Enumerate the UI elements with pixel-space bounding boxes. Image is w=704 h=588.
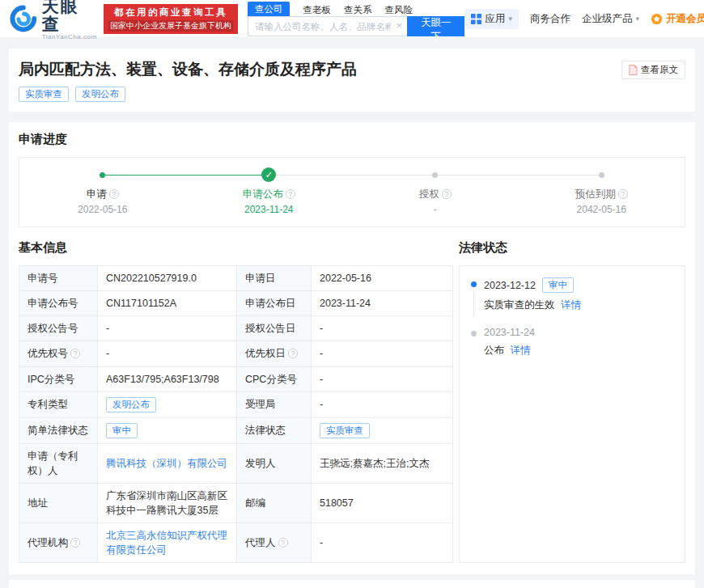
field-label: CPC分类号 — [237, 366, 312, 391]
search-module: 查公司 查老板 查关系 查风险 × 天眼一下 — [248, 1, 465, 36]
search-button[interactable]: 天眼一下 — [407, 16, 464, 36]
progress-step-estimated-expiry: 预估到期? 2042-05-16 — [519, 167, 685, 215]
field-value: 王骁远;蔡嘉杰;王治;文杰 — [312, 443, 453, 483]
detail-link[interactable]: 详情 — [510, 345, 530, 356]
field-value: 实质审查 — [312, 417, 453, 443]
tianyancha-logo-icon — [10, 5, 37, 32]
tab-abstract[interactable]: 摘要 — [19, 580, 44, 588]
view-original-button[interactable]: 查看原文 — [621, 61, 685, 79]
detail-link[interactable]: 详情 — [561, 299, 581, 311]
field-label: 申请公布日 — [237, 291, 312, 316]
table-row: 申请公布号 CN117101152A 申请公布日 2023-11-24 — [19, 291, 453, 316]
view-original-label: 查看原文 — [641, 64, 678, 76]
search-tab-boss[interactable]: 查老板 — [303, 3, 331, 16]
step-label: 申请公布 — [243, 188, 283, 200]
field-value: 审中 — [98, 417, 237, 443]
help-icon[interactable]: ? — [278, 538, 288, 548]
clear-icon[interactable]: × — [397, 19, 403, 32]
table-row: 优先权号? - 优先权日? - — [19, 341, 453, 366]
progress-step-publication: ✓ 申请公布? 2023-11-24 — [186, 167, 353, 215]
slogan-badge: 都在用的商业查询工具 国家中小企业发展子基金旗下机构 — [104, 4, 238, 34]
field-value: CN117101152A — [98, 291, 237, 316]
field-value: A63F13/795;A63F13/798 — [98, 366, 237, 391]
tab-description[interactable]: 说明书 — [136, 580, 172, 588]
simple-legal-status-tag: 审中 — [106, 423, 138, 438]
nav-apps[interactable]: 应用 ▾ — [464, 9, 519, 29]
help-icon[interactable]: ? — [286, 189, 295, 199]
status-tag-substantive-exam: 实质审查 — [19, 87, 69, 102]
step-date: - — [352, 204, 519, 215]
legal-status-date: 2023-12-12 — [484, 280, 536, 291]
table-row: 代理机构? 北京三高永信知识产权代理有限责任公司 代理人? - — [19, 523, 453, 563]
legal-status-section: 法律状态 2023-12-12 审中 实质审查的生效 详情 — [459, 240, 685, 563]
field-label: 申请（专利权）人 — [19, 443, 98, 483]
timeline-dot — [471, 281, 477, 287]
tianyancha-logo[interactable]: 天眼查 TianYanCha.com — [10, 0, 97, 40]
medal-icon — [651, 13, 663, 25]
help-icon[interactable]: ? — [70, 538, 80, 548]
grid-icon — [471, 14, 481, 24]
patent-detail-card: 申请进度 申请? 2022-05-16 ✓ 申请公布? 2023-11-24 授… — [9, 122, 695, 574]
nav-apps-label: 应用 — [485, 12, 505, 26]
tab-abstract-figure[interactable]: 摘要附图 — [195, 580, 242, 588]
field-label: 简单法律状态 — [19, 417, 98, 443]
agency-link[interactable]: 北京三高永信知识产权代理有限责任公司 — [106, 530, 227, 556]
table-row: 授权公告号 - 授权公告日 - — [19, 316, 453, 341]
legal-status-desc: 公布 — [484, 345, 504, 356]
field-label: 专利类型 — [19, 391, 98, 417]
field-value: 广东省深圳市南山区高新区科技中一路腾讯大厦35层 — [98, 483, 237, 522]
basic-info-table: 申请号 CN202210527919.0 申请日 2022-05-16 申请公布… — [19, 265, 453, 563]
field-label: IPC分类号 — [19, 366, 98, 391]
slogan-line2: 国家中小企业发展子基金旗下机构 — [108, 20, 233, 32]
step-date: 2042-05-16 — [519, 204, 685, 215]
nav-vip-membership[interactable]: 开通会员 ▾ — [651, 12, 704, 26]
legal-status-item: 2023-12-12 审中 实质审查的生效 详情 — [471, 277, 673, 312]
field-value: - — [312, 316, 453, 341]
progress-step-grant: 授权? - — [352, 167, 519, 215]
field-value: - — [312, 366, 453, 391]
nav-biz-label: 商务合作 — [530, 12, 570, 26]
help-icon[interactable]: ? — [618, 189, 628, 199]
nav-enterprise-products[interactable]: 企业级产品 ▾ — [582, 12, 639, 26]
progress-step-application: 申请? 2022-05-16 — [19, 167, 186, 215]
field-value: 518057 — [312, 483, 453, 522]
help-icon[interactable]: ? — [442, 189, 452, 199]
help-icon[interactable]: ? — [288, 349, 298, 358]
field-value: - — [98, 316, 237, 341]
nav-vip-label: 开通会员 — [666, 12, 704, 26]
field-value: 腾讯科技（深圳）有限公司 — [98, 443, 237, 483]
top-header: 天眼查 TianYanCha.com 都在用的商业查询工具 国家中小企业发展子基… — [0, 0, 704, 37]
search-tab-company[interactable]: 查公司 — [248, 2, 291, 16]
search-tab-relation[interactable]: 查关系 — [344, 3, 372, 16]
search-input[interactable] — [248, 16, 407, 36]
step-date: 2022-05-16 — [19, 204, 186, 215]
check-icon: ✓ — [261, 167, 276, 182]
legal-status-tag: 实质审查 — [320, 423, 370, 438]
step-label: 申请 — [87, 188, 107, 200]
field-value: - — [312, 523, 453, 563]
brand-domain: TianYanCha.com — [42, 33, 97, 40]
help-icon[interactable]: ? — [70, 349, 80, 358]
nav-business-cooperation[interactable]: 商务合作 — [530, 12, 570, 26]
search-tab-risk[interactable]: 查风险 — [384, 3, 413, 16]
table-row: IPC分类号 A63F13/795;A63F13/798 CPC分类号 - — [19, 366, 453, 391]
timeline-dot — [471, 331, 477, 336]
tab-claims[interactable]: 权利要求 — [66, 580, 113, 588]
basic-info-section: 基本信息 申请号 CN202210527919.0 申请日 2022-05-16… — [19, 240, 452, 563]
field-label: 地址 — [19, 483, 98, 522]
table-row: 地址 广东省深圳市南山区高新区科技中一路腾讯大厦35层 邮编 518057 — [19, 483, 453, 522]
field-value: 发明公布 — [98, 391, 237, 417]
application-progress-timeline: 申请? 2022-05-16 ✓ 申请公布? 2023-11-24 授权? - … — [19, 157, 685, 227]
table-row: 专利类型 发明公布 受理局 - — [19, 391, 453, 417]
help-icon[interactable]: ? — [109, 189, 119, 199]
header-nav: 应用 ▾ 商务合作 企业级产品 ▾ 开通会员 ▾ 超级风... ▾ — [464, 9, 704, 29]
field-value: 2022-05-16 — [312, 266, 453, 291]
step-label: 授权 — [419, 188, 439, 200]
patent-type-tag: 发明公布 — [106, 397, 156, 412]
legal-status-date: 2023-11-24 — [484, 327, 535, 338]
applicant-link[interactable]: 腾讯科技（深圳）有限公司 — [106, 458, 227, 469]
field-label: 申请日 — [237, 266, 312, 291]
field-label: 代理人? — [237, 523, 312, 563]
field-label: 受理局 — [237, 391, 312, 417]
section-title-legal-status: 法律状态 — [459, 240, 685, 256]
